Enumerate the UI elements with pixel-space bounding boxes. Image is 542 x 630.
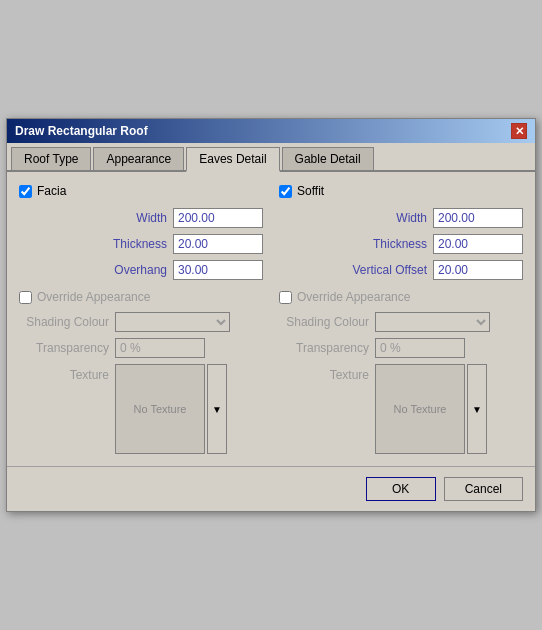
tab-roof-type[interactable]: Roof Type [11,147,91,170]
facia-no-texture-label: No Texture [134,403,187,415]
soffit-label: Soffit [297,184,324,198]
facia-shading-label: Shading Colour [19,315,109,329]
facia-overhang-input[interactable] [173,260,263,280]
soffit-texture-label: Texture [279,368,369,382]
facia-shading-row: Shading Colour [19,312,263,332]
facia-checkbox[interactable] [19,185,32,198]
facia-thickness-input[interactable] [173,234,263,254]
two-column-layout: Facia Width Thickness Overhang Override [19,184,523,454]
facia-label: Facia [37,184,66,198]
soffit-thickness-row: Thickness [279,234,523,254]
tab-appearance[interactable]: Appearance [93,147,184,170]
cancel-button[interactable]: Cancel [444,477,523,501]
soffit-shading-row: Shading Colour [279,312,523,332]
tab-bar: Roof Type Appearance Eaves Detail Gable … [7,143,535,172]
soffit-override-row: Override Appearance [279,290,523,304]
facia-width-row: Width [19,208,263,228]
facia-width-label: Width [97,211,167,225]
soffit-vertical-offset-input[interactable] [433,260,523,280]
facia-texture-container: No Texture ▼ [115,364,227,454]
facia-override-label: Override Appearance [37,290,150,304]
soffit-width-input[interactable] [433,208,523,228]
facia-override-row: Override Appearance [19,290,263,304]
close-button[interactable]: ✕ [511,123,527,139]
facia-shading-select[interactable] [115,312,230,332]
soffit-override-checkbox[interactable] [279,291,292,304]
soffit-override-label: Override Appearance [297,290,410,304]
facia-transparency-label: Transparency [19,341,109,355]
soffit-width-label: Width [357,211,427,225]
facia-texture-box: No Texture [115,364,205,454]
facia-transparency-row: Transparency [19,338,263,358]
soffit-texture-box: No Texture [375,364,465,454]
soffit-vertical-offset-row: Vertical Offset [279,260,523,280]
facia-checkbox-row: Facia [19,184,263,198]
tab-eaves-detail[interactable]: Eaves Detail [186,147,279,172]
draw-rectangular-roof-dialog: Draw Rectangular Roof ✕ Roof Type Appear… [6,118,536,512]
soffit-texture-container: No Texture ▼ [375,364,487,454]
facia-overhang-row: Overhang [19,260,263,280]
facia-texture-label: Texture [19,368,109,382]
soffit-shading-select[interactable] [375,312,490,332]
facia-thickness-label: Thickness [97,237,167,251]
facia-transparency-input[interactable] [115,338,205,358]
soffit-texture-row: Texture No Texture ▼ [279,364,523,454]
soffit-shading-label: Shading Colour [279,315,369,329]
soffit-thickness-label: Thickness [357,237,427,251]
soffit-checkbox-row: Soffit [279,184,523,198]
facia-override-checkbox[interactable] [19,291,32,304]
soffit-transparency-label: Transparency [279,341,369,355]
soffit-column: Soffit Width Thickness Vertical Offset O [279,184,523,454]
facia-width-input[interactable] [173,208,263,228]
soffit-vertical-offset-label: Vertical Offset [337,263,427,277]
facia-texture-row: Texture No Texture ▼ [19,364,263,454]
soffit-width-row: Width [279,208,523,228]
facia-overhang-label: Overhang [97,263,167,277]
tab-gable-detail[interactable]: Gable Detail [282,147,374,170]
soffit-thickness-input[interactable] [433,234,523,254]
tab-content: Facia Width Thickness Overhang Override [7,172,535,466]
facia-column: Facia Width Thickness Overhang Override [19,184,263,454]
dialog-title: Draw Rectangular Roof [15,124,148,138]
soffit-checkbox[interactable] [279,185,292,198]
soffit-transparency-row: Transparency [279,338,523,358]
facia-texture-dropdown[interactable]: ▼ [207,364,227,454]
soffit-texture-dropdown[interactable]: ▼ [467,364,487,454]
facia-thickness-row: Thickness [19,234,263,254]
title-bar: Draw Rectangular Roof ✕ [7,119,535,143]
ok-button[interactable]: OK [366,477,436,501]
soffit-no-texture-label: No Texture [394,403,447,415]
soffit-transparency-input[interactable] [375,338,465,358]
dialog-footer: OK Cancel [7,466,535,511]
